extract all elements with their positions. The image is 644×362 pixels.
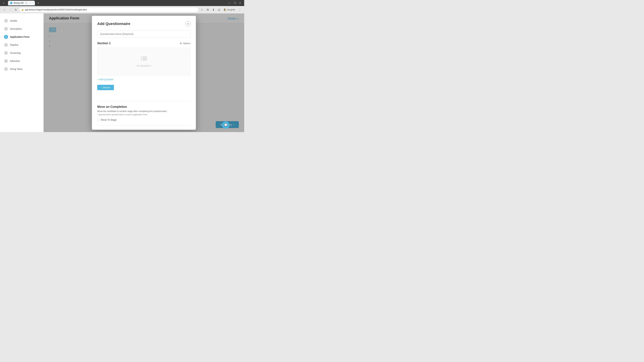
no-questions-area: No Questions <box>97 48 190 75</box>
no-questions-icon <box>141 56 147 62</box>
incognito-label: Incognito <box>227 8 235 11</box>
svg-rect-0 <box>141 57 142 57</box>
bookmark-btn[interactable]: ☆ <box>200 7 204 12</box>
completion-note: * Ignored when questionnaire is used in … <box>97 113 190 116</box>
step-number-5: 5 <box>4 51 8 55</box>
download-btn[interactable]: ⬇ <box>211 7 216 12</box>
security-icon: 🔒 <box>21 8 24 11</box>
nav-back-btn[interactable]: ‹ <box>2 7 7 12</box>
svg-rect-5 <box>142 60 147 60</box>
sidebar-item-details[interactable]: 1 Details <box>0 17 44 25</box>
add-question-btn[interactable]: + Add Question <box>97 78 113 81</box>
email-template-section: Questionnaire Email Template This templa… <box>97 129 190 130</box>
new-tab-btn[interactable]: + <box>36 1 40 5</box>
move-to-stage-row: Move To Stage <box>97 118 190 121</box>
add-questionnaire-modal: Add Questionnaire ✕ Section 1 ⚙ Options <box>92 16 196 130</box>
add-section-btn[interactable]: + Section <box>97 85 114 90</box>
url-text: app.breezy.hr/app/c/moodjoy/positions/59… <box>25 8 87 11</box>
browser-tab[interactable]: Breezy HR ✕ <box>8 1 35 5</box>
sidebar-label-description: Description <box>10 27 22 30</box>
svg-rect-1 <box>142 57 147 57</box>
options-btn[interactable]: ⚙ Options <box>180 42 190 45</box>
sidebar-label-advertise: Advertise <box>10 60 20 62</box>
move-to-stage-checkbox[interactable] <box>97 119 100 121</box>
completion-desc: Move the candidate to another stage afte… <box>97 110 190 112</box>
modal-overlay: Add Questionnaire ✕ Section 1 ⚙ Options <box>44 13 244 132</box>
tab-title: Breezy HR <box>14 2 24 4</box>
move-to-stage-label: Move To Stage <box>101 118 116 121</box>
completion-section: Move on Completion Move the candidate to… <box>97 105 190 121</box>
sidebar-label-details: Details <box>10 19 17 22</box>
no-questions-label: No Questions <box>137 64 151 67</box>
step-number-7: 7 <box>4 67 8 71</box>
svg-rect-3 <box>142 58 147 59</box>
close-icon: ✕ <box>187 22 189 25</box>
nav-refresh-btn[interactable]: ↻ <box>14 7 18 12</box>
divider-1 <box>97 101 190 101</box>
sidebar-label-application-form: Application Form <box>10 35 29 38</box>
step-number-2: 2 <box>4 27 8 31</box>
completion-title: Move on Completion <box>97 105 190 109</box>
sidebar-label-hiring-team: Hiring Team <box>10 68 22 70</box>
modal-title: Add Questionnaire <box>97 22 130 26</box>
nav-forward-btn[interactable]: › <box>8 7 12 12</box>
sidebar-item-description[interactable]: 2 Description <box>0 25 44 33</box>
options-label: Options <box>183 42 190 44</box>
sidebar: 1 Details 2 Description 3 Application Fo… <box>0 13 44 132</box>
section-header: Section 1 ⚙ Options <box>97 41 190 45</box>
tab-close-btn[interactable]: ✕ <box>26 2 27 4</box>
tab-favicon <box>10 2 12 4</box>
step-number-6: 6 <box>4 59 8 63</box>
window-maximize-btn[interactable]: ❐ <box>233 1 237 5</box>
svg-rect-4 <box>141 60 142 60</box>
sidebar-item-screening[interactable]: 5 Screening <box>0 49 44 57</box>
gear-icon: ⚙ <box>180 42 182 45</box>
svg-rect-2 <box>141 58 142 59</box>
menu-btn[interactable]: ⋮ <box>238 7 242 12</box>
address-bar[interactable]: 🔒 app.breezy.hr/app/c/moodjoy/positions/… <box>19 7 198 12</box>
sidebar-item-application-form[interactable]: 3 Application Form <box>0 33 44 41</box>
step-number-4: 4 <box>4 43 8 47</box>
window-close-btn[interactable]: ✕ <box>238 1 242 5</box>
split-screen-btn[interactable]: ⊡ <box>217 7 221 12</box>
modal-header: Add Questionnaire ✕ <box>97 21 190 26</box>
questionnaire-name-input[interactable] <box>97 30 190 37</box>
modal-close-btn[interactable]: ✕ <box>185 21 190 26</box>
extensions-btn[interactable]: ⧉ <box>205 7 210 12</box>
sidebar-label-pipeline: Pipeline <box>10 43 18 46</box>
chat-btn[interactable]: 💬 <box>222 121 230 129</box>
step-number-1: 1 <box>4 19 8 23</box>
window-minimize-btn[interactable]: — <box>228 1 232 5</box>
section-title: Section 1 <box>97 41 111 45</box>
tab-list-btn[interactable]: ▼ <box>2 1 5 5</box>
chat-icon: 💬 <box>224 123 228 127</box>
incognito-icon: 🕵 <box>224 8 226 11</box>
incognito-btn[interactable]: 🕵 Incognito <box>222 8 236 11</box>
content-area: Application Form Preview ↗ A C T T a Add… <box>44 13 244 132</box>
sidebar-item-hiring-team[interactable]: 7 Hiring Team <box>0 65 44 73</box>
sidebar-item-advertise[interactable]: 6 Advertise <box>0 57 44 65</box>
email-template-title: Questionnaire Email Template <box>97 129 190 130</box>
sidebar-item-pipeline[interactable]: 4 Pipeline <box>0 41 44 49</box>
sidebar-label-screening: Screening <box>10 52 21 54</box>
step-number-3: 3 <box>4 35 8 39</box>
divider-2 <box>97 125 190 125</box>
